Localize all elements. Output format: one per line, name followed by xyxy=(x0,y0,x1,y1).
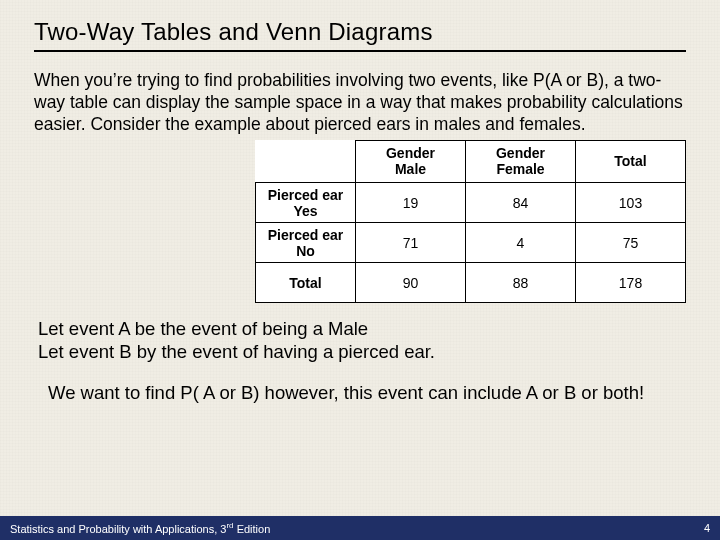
intro-paragraph: When you’re trying to find probabilities… xyxy=(34,70,686,136)
row-header-yes: Pierced ear Yes xyxy=(256,183,356,223)
footer-bar: Statistics and Probability with Applicat… xyxy=(0,516,720,540)
col-header-female-l2: Female xyxy=(472,161,569,178)
cell-total-total: 178 xyxy=(576,263,686,303)
footer-left: Statistics and Probability with Applicat… xyxy=(10,521,270,535)
event-b-text: Let event B by the event of having a pie… xyxy=(38,340,682,363)
footer-ordinal: rd xyxy=(226,521,233,530)
event-definitions: Let event A be the event of being a Male… xyxy=(38,317,682,363)
cell-yes-total: 103 xyxy=(576,183,686,223)
cell-yes-male: 19 xyxy=(356,183,466,223)
col-header-total: Total xyxy=(576,140,686,183)
cell-total-female: 88 xyxy=(466,263,576,303)
page-title: Two-Way Tables and Venn Diagrams xyxy=(34,18,686,52)
col-header-female-l1: Gender xyxy=(472,145,569,162)
two-way-table: Gender Male Gender Female Total Pierced … xyxy=(255,140,686,304)
cell-total-male: 90 xyxy=(356,263,466,303)
footer-page-number: 4 xyxy=(704,522,710,534)
row-header-no-l1: Pierced ear xyxy=(262,227,349,243)
col-header-male-l1: Gender xyxy=(362,145,459,162)
col-header-male-l2: Male xyxy=(362,161,459,178)
row-header-yes-l1: Pierced ear xyxy=(262,187,349,203)
cell-no-male: 71 xyxy=(356,223,466,263)
cell-yes-female: 84 xyxy=(466,183,576,223)
cell-no-female: 4 xyxy=(466,223,576,263)
row-header-no: Pierced ear No xyxy=(256,223,356,263)
row-header-yes-l2: Yes xyxy=(262,203,349,219)
footer-book-pre: Statistics and Probability with Applicat… xyxy=(10,523,226,535)
table-corner xyxy=(256,140,356,183)
footer-book-post: Edition xyxy=(234,523,271,535)
event-a-text: Let event A be the event of being a Male xyxy=(38,317,682,340)
slide: Two-Way Tables and Venn Diagrams When yo… xyxy=(0,0,720,540)
row-header-no-l2: No xyxy=(262,243,349,259)
table-container: Gender Male Gender Female Total Pierced … xyxy=(34,140,686,304)
col-header-male: Gender Male xyxy=(356,140,466,183)
cell-no-total: 75 xyxy=(576,223,686,263)
row-header-total: Total xyxy=(256,263,356,303)
col-header-female: Gender Female xyxy=(466,140,576,183)
conclusion-text: We want to find P( A or B) however, this… xyxy=(48,381,672,404)
